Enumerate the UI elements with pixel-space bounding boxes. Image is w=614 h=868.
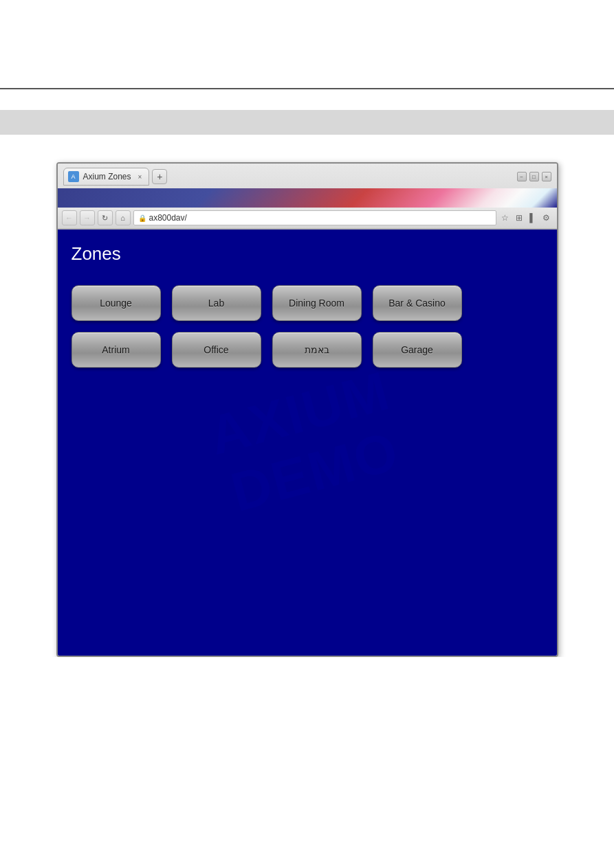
- settings-icon[interactable]: ⚙: [540, 212, 553, 224]
- bookmark-icon[interactable]: ☆: [499, 212, 512, 224]
- address-bar[interactable]: 🔒 ax800dav/: [133, 210, 496, 225]
- zone-label-beemet: באמת: [305, 344, 329, 355]
- zones-title: Zones: [72, 243, 543, 265]
- zone-label-office: Office: [204, 344, 228, 355]
- window-controls: − □ ×: [517, 172, 551, 181]
- signal-icon: ▌: [527, 212, 539, 224]
- zone-button-beemet[interactable]: באמת: [272, 332, 362, 368]
- zone-button-lab[interactable]: Lab: [172, 285, 261, 321]
- zone-button-lounge[interactable]: Lounge: [72, 285, 161, 321]
- zone-button-atrium[interactable]: Atrium: [72, 332, 161, 368]
- tab-close-button[interactable]: ×: [138, 173, 142, 181]
- zone-label-bar-casino: Bar & Casino: [388, 298, 445, 309]
- new-tab-button[interactable]: +: [152, 169, 167, 184]
- minimize-button[interactable]: −: [517, 172, 527, 181]
- browser-decorative-header: [58, 188, 557, 208]
- zone-button-office[interactable]: Office: [172, 332, 261, 368]
- top-bar: [0, 0, 614, 89]
- watermark: AXIUMDEMO: [202, 360, 411, 524]
- tab-title: Axium Zones: [83, 172, 131, 181]
- back-button[interactable]: ←: [62, 210, 77, 225]
- zone-label-dining-room: Dining Room: [289, 298, 344, 309]
- browser-window: A Axium Zones × + − □ × ← → ↻ ⌂: [56, 162, 558, 657]
- zone-button-dining-room[interactable]: Dining Room: [272, 285, 362, 321]
- zones-grid: Lounge Lab Dining Room Bar & Casino Atri…: [72, 285, 543, 368]
- address-lock-icon: 🔒: [138, 214, 146, 222]
- zone-button-bar-casino[interactable]: Bar & Casino: [373, 285, 462, 321]
- forward-button[interactable]: →: [80, 210, 95, 225]
- zone-button-garage[interactable]: Garage: [373, 332, 462, 368]
- apps-icon[interactable]: ⊞: [513, 212, 525, 224]
- gray-bar: [0, 110, 614, 135]
- browser-chrome: A Axium Zones × + − □ × ← → ↻ ⌂: [58, 164, 557, 230]
- close-button[interactable]: ×: [542, 172, 551, 181]
- browser-nav-bar: ← → ↻ ⌂ 🔒 ax800dav/ ☆ ⊞ ▌ ⚙: [58, 208, 557, 229]
- refresh-button[interactable]: ↻: [98, 210, 113, 225]
- zone-label-lounge: Lounge: [100, 298, 132, 309]
- browser-tab[interactable]: A Axium Zones ×: [63, 168, 150, 186]
- home-button[interactable]: ⌂: [116, 210, 131, 225]
- zone-label-lab: Lab: [208, 298, 224, 309]
- page-wrapper: A Axium Zones × + − □ × ← → ↻ ⌂: [0, 0, 614, 868]
- zone-label-garage: Garage: [401, 344, 433, 355]
- browser-favicon: A: [68, 171, 79, 182]
- maximize-button[interactable]: □: [529, 172, 539, 181]
- zone-label-atrium: Atrium: [102, 344, 129, 355]
- browser-content: AXIUMDEMO Zones Lounge Lab Dining Room B…: [58, 230, 557, 656]
- browser-title-bar: A Axium Zones × + − □ ×: [58, 164, 557, 188]
- bottom-space: [0, 657, 614, 868]
- address-text: ax800dav/: [149, 213, 187, 223]
- nav-icons-right: ☆ ⊞ ▌ ⚙: [499, 212, 553, 224]
